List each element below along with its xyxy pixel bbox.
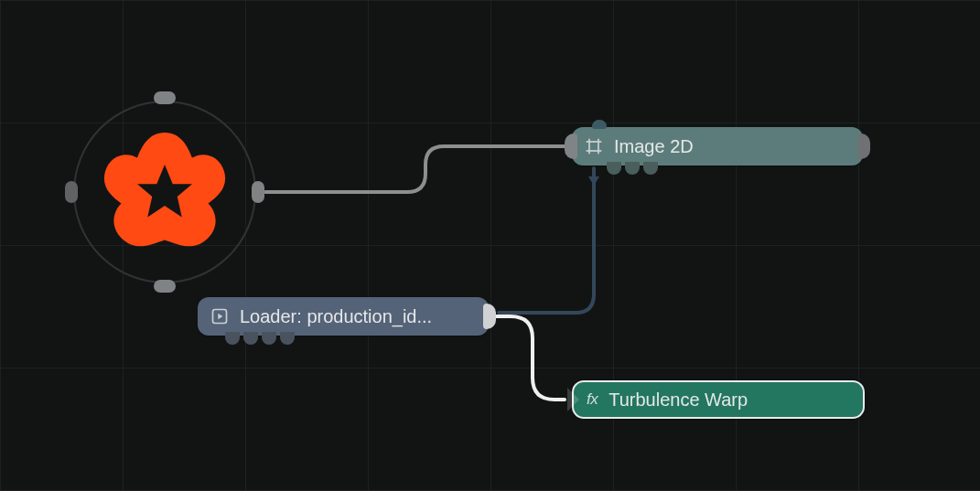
frame-icon <box>585 137 603 155</box>
node-label: Turbulence Warp <box>608 390 748 411</box>
node-input-port[interactable] <box>565 133 577 159</box>
node-label: Loader: production_id... <box>240 306 432 327</box>
node-output-port[interactable] <box>483 304 496 329</box>
node-extra-ports[interactable] <box>225 332 295 345</box>
node-input-port[interactable] <box>567 388 579 411</box>
node-image-2d[interactable]: Image 2D <box>572 127 863 165</box>
wire-hub-to-image2d[interactable] <box>265 146 565 192</box>
node-loader[interactable]: Loader: production_id... <box>198 297 489 336</box>
node-label: Image 2D <box>614 136 694 157</box>
hub-node[interactable] <box>66 93 264 291</box>
play-square-icon <box>210 307 229 326</box>
wire-loader-to-turbulence[interactable] <box>494 316 565 400</box>
node-top-port[interactable] <box>592 120 607 129</box>
node-graph-canvas[interactable]: Image 2D Loader: production_id... fx Tur… <box>0 0 980 491</box>
node-turbulence-warp[interactable]: fx Turbulence Warp <box>572 380 865 419</box>
node-extra-ports[interactable] <box>607 162 658 175</box>
wire-arrow-into-image2d <box>588 176 599 186</box>
node-output-port[interactable] <box>857 133 870 159</box>
fx-icon: fx <box>587 390 598 409</box>
hub-logo-star-icon <box>66 93 264 291</box>
wire-image2d-to-loader[interactable] <box>499 168 594 313</box>
